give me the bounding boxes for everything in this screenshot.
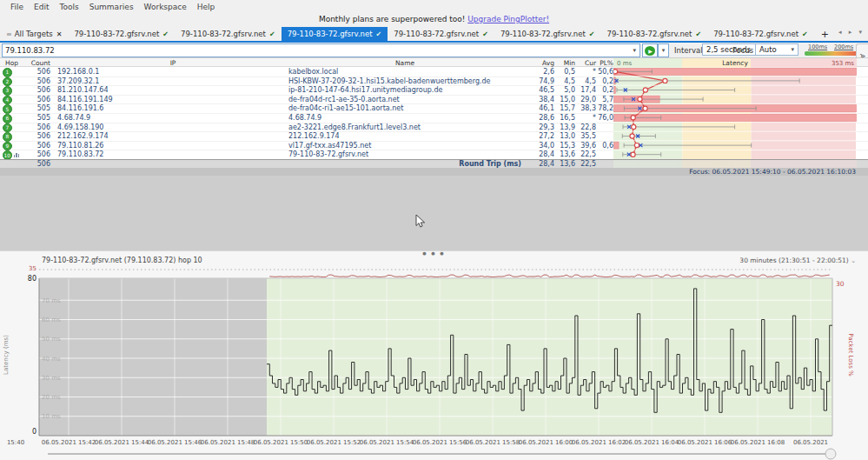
cell-ip: 192.168.0.1 — [57, 68, 283, 76]
hop-latency-chart — [613, 67, 857, 159]
column-header-avg[interactable]: Avg — [521, 59, 554, 67]
menu-item-workspace[interactable]: Workspace — [139, 3, 192, 11]
cell-avg: 34,0 — [521, 142, 554, 150]
cell-count: 506 — [23, 68, 50, 76]
summary-cur: 22,5 — [575, 160, 596, 168]
cell-pl: 78,2 — [591, 104, 613, 112]
tab-target-label: 79-110-83-72.gfsrv.net — [288, 30, 373, 38]
x-axis-tick-label: 06.05.2021 16:08 — [731, 439, 785, 446]
latency-353ms-label: 353 ms — [832, 60, 854, 67]
play-icon: ▶ — [645, 46, 655, 56]
menu-item-file[interactable]: File — [5, 3, 29, 11]
cell-min: 5,0 — [554, 86, 575, 94]
menu-item-summaries[interactable]: Summaries — [84, 3, 139, 11]
scrollbar-thumb[interactable] — [825, 449, 836, 459]
tab-target-3[interactable]: 79-110-83-72.gfsrv.net✔ — [282, 27, 388, 41]
grid-label: 20 ms — [42, 394, 61, 401]
cell-name: HSI-KBW-37-209-32-1.hsi15.kabel-badenwue… — [288, 77, 520, 85]
column-header-ip[interactable]: IP — [57, 59, 288, 67]
column-header-count[interactable]: Count — [23, 59, 50, 67]
x-axis-tick-label: 06.05.2021 — [793, 439, 828, 446]
scale-100ms-label: 100ms — [808, 43, 827, 50]
tab-target-7[interactable]: 79-110-83-72.gfsrv.net✔ — [707, 27, 814, 41]
cell-name: ae2-3221.edge8.Frankfurt1.level3.net — [288, 123, 520, 131]
focus-label: Focus — [732, 46, 753, 55]
x-axis-tick-label: 15:40 — [7, 439, 24, 446]
promo-banner: Monthly plans are superpowered too! Upgr… — [0, 15, 868, 26]
column-header-min[interactable]: Min — [554, 59, 575, 67]
grid-label: 60 ms — [42, 317, 61, 323]
latency-title: Latency — [613, 59, 857, 67]
upgrade-link[interactable]: Upgrade PingPlotter! — [467, 15, 549, 23]
cell-avg: 46,1 — [521, 104, 554, 112]
scale-200ms-label: 200ms — [834, 43, 853, 50]
avg-marker — [632, 124, 636, 129]
tab-target-2[interactable]: 79-110-83-72.gfsrv.net✔ — [175, 27, 282, 41]
start-trace-button[interactable]: ▶ — [642, 43, 658, 57]
cell-ip: 84.116.191.149 — [57, 96, 283, 103]
cell-count: 506 — [23, 86, 50, 94]
packet-loss-bar — [614, 77, 616, 84]
avg-marker — [638, 97, 642, 102]
timeline-graph-panel: ● ● ● 79-110-83-72.gfsrv.net (79.110.83.… — [0, 250, 868, 460]
target-dropdown-icon[interactable]: ▾ — [629, 47, 639, 54]
close-icon[interactable]: ✕ — [56, 30, 63, 38]
column-header-hop[interactable]: Hop — [5, 59, 23, 67]
avg-marker — [634, 143, 639, 148]
tab-scroll-buttons[interactable]: ◂ ▸ ▾ — [838, 29, 865, 36]
grid-label: 40 ms — [42, 356, 61, 363]
cell-min: 16,5 — [554, 114, 575, 122]
trace-grid: 0 ms Latency 353 ms HopCountIPNameAvgMin… — [0, 57, 868, 175]
x-axis-labels: 15:4006.05.2021 15:4206.05.2021 15:4406.… — [0, 438, 868, 448]
packet-loss-bar — [614, 87, 616, 94]
packet-loss-max-label: 30 — [836, 280, 845, 288]
tab-target-5[interactable]: 79-110-83-72.gfsrv.net✔ — [494, 27, 601, 41]
chevron-down-icon: ▾ — [787, 46, 798, 53]
x-axis-tick-label: 06.05.2021 15:48 — [201, 439, 255, 446]
target-address-input[interactable] — [3, 46, 629, 55]
cell-name: 79-110-83-72.gfsrv.net — [288, 150, 520, 158]
chevron-down-icon: ⌄ — [851, 257, 856, 264]
menu-item-edit[interactable]: Edit — [29, 3, 54, 11]
avg-marker — [643, 106, 647, 110]
tab-target-label: 79-110-83-72.gfsrv.net — [713, 30, 798, 38]
new-target-tab-button[interactable]: + — [814, 29, 836, 40]
cell-avg: 28,4 — [521, 150, 554, 158]
tab-target-label: 79-110-83-72.gfsrv.net — [500, 30, 586, 38]
tab-target-6[interactable]: 79-110-83-72.gfsrv.net✔ — [601, 27, 708, 41]
cell-name: de-fra04c-ri1-ae15-101.aorta.net — [288, 104, 520, 112]
tab-all-targets[interactable]: ≡All Targets✕ — [0, 27, 68, 41]
trace-options-dropdown[interactable]: ▾ — [658, 43, 669, 57]
mouse-cursor — [415, 215, 426, 229]
cell-pl: 0,6 — [591, 142, 613, 150]
cell-pl: 50,6 — [591, 68, 613, 76]
cell-min: 13,6 — [554, 150, 575, 158]
x-axis-tick-label: 06.05.2021 15:44 — [95, 439, 149, 446]
target-tab-bar: ≡All Targets✕79-110-83-72.gfsrv.net✔79-1… — [0, 27, 868, 41]
focus-value: Auto — [759, 45, 777, 54]
focus-select[interactable]: Auto ▾ — [755, 43, 798, 56]
menu-item-help[interactable]: Help — [192, 3, 221, 11]
menu-item-tools[interactable]: Tools — [55, 3, 84, 11]
y-axis-max-label: 80 — [24, 275, 36, 283]
column-header-pl[interactable]: PL% — [591, 59, 613, 67]
summary-latency-zones — [613, 160, 857, 168]
column-header-name[interactable]: Name — [288, 59, 521, 67]
cell-count: 506 — [23, 142, 50, 150]
cell-name: 4.68.74.9 — [288, 114, 520, 122]
timeline-scrollbar[interactable] — [0, 448, 868, 460]
time-range-selector[interactable]: 30 minutes (21:30:51 - 22:00:51) ⌄ — [739, 257, 856, 264]
tab-target-4[interactable]: 79-110-83-72.gfsrv.net✔ — [388, 27, 494, 41]
cell-ip: 84.116.191.6 — [57, 104, 283, 112]
cell-count: 506 — [23, 150, 50, 158]
y-axis-min-label: 0 — [24, 428, 36, 436]
target-address-combo[interactable]: ▾ — [2, 43, 640, 57]
cell-count: 506 — [23, 132, 50, 140]
timeline-scrollbar-graphic — [0, 448, 868, 460]
cell-ip: 212.162.9.174 — [57, 132, 283, 140]
cell-min: 4,5 — [554, 77, 575, 85]
cell-avg: 28,6 — [521, 114, 554, 122]
tab-target-1[interactable]: 79-110-83-72.gfsrv.net✔ — [68, 27, 175, 41]
summary-min: 13,6 — [554, 160, 575, 168]
cell-ip: 4.68.74.9 — [57, 114, 283, 122]
